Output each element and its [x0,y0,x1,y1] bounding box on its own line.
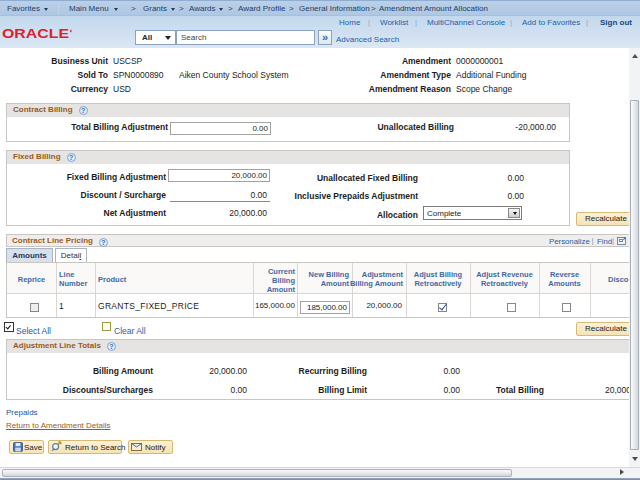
svg-text:ORACLE: ORACLE [2,28,69,40]
